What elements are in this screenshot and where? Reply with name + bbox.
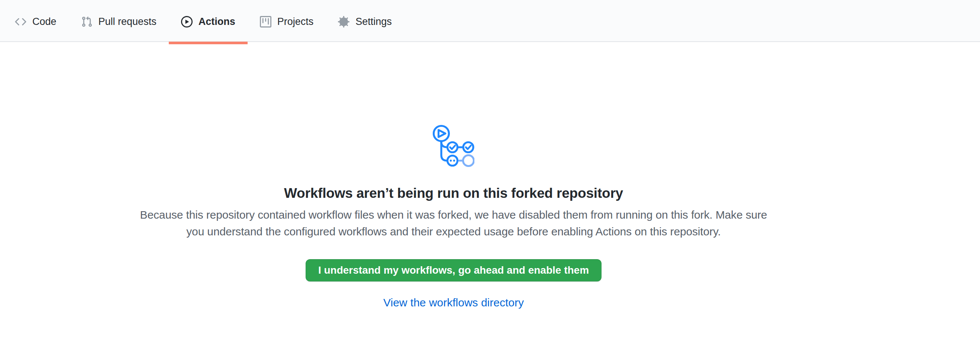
tab-projects-label: Projects — [277, 16, 314, 27]
tab-settings-label: Settings — [355, 16, 392, 27]
actions-disabled-page: Workflows aren’t being run on this forke… — [0, 42, 907, 309]
tab-settings[interactable]: Settings — [326, 2, 404, 41]
play-circle-icon — [181, 16, 192, 27]
code-icon — [15, 16, 26, 27]
tab-code-label: Code — [32, 16, 57, 27]
tab-code[interactable]: Code — [3, 2, 69, 41]
git-pull-request-icon — [81, 16, 92, 27]
blankslate: Workflows aren’t being run on this forke… — [0, 124, 907, 309]
page-description: Because this repository contained workfl… — [138, 206, 770, 240]
workflow-graph-icon — [433, 124, 474, 169]
project-board-icon — [260, 16, 271, 27]
page-title: Workflows aren’t being run on this forke… — [0, 186, 907, 201]
repo-tab-nav: Code Pull requests Actions Projects Sett… — [0, 0, 980, 42]
view-workflows-link[interactable]: View the workflows directory — [383, 296, 524, 309]
enable-workflows-button[interactable]: I understand my workflows, go ahead and … — [305, 259, 601, 281]
tab-pull-requests-label: Pull requests — [99, 16, 156, 27]
tab-actions[interactable]: Actions — [169, 2, 248, 41]
gear-icon — [338, 16, 350, 27]
tab-actions-label: Actions — [199, 16, 235, 27]
tab-projects[interactable]: Projects — [248, 2, 326, 41]
tab-pull-requests[interactable]: Pull requests — [69, 2, 169, 41]
